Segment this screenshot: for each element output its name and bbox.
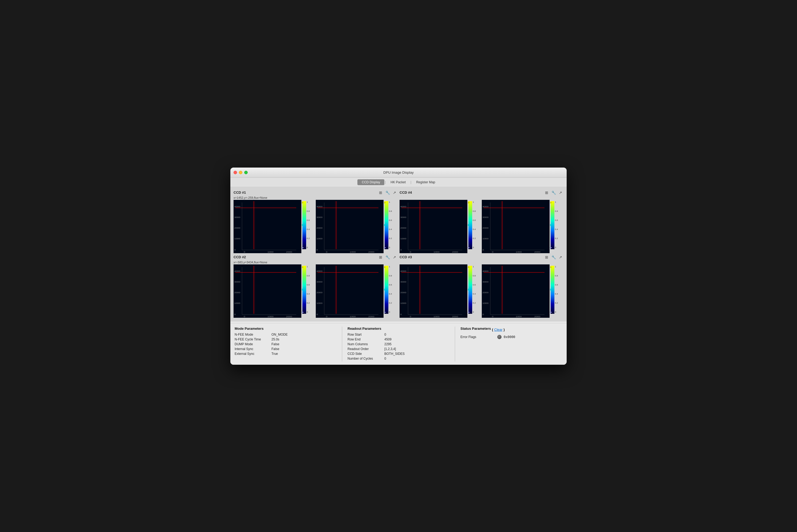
traffic-lights [234, 171, 248, 174]
ccd4-left-svg: 0 1000 2000 3000 4000 0 1000 2000 [400, 200, 467, 253]
ccd1-plot-left[interactable]: 0 1000 2000 3000 4000 0 1000 2000 [234, 200, 301, 253]
readout-param-row-start: Row Start 0 [348, 333, 449, 337]
param-key-nfee-mode: N-FEE Mode [235, 333, 269, 337]
svg-text:0: 0 [401, 249, 402, 251]
ccd-row-top: CCD #1 ⊞ 🔧 ↗ x=1452,y=-259,flux=None [234, 190, 563, 253]
svg-text:2000: 2000 [452, 251, 458, 253]
svg-text:1000: 1000 [234, 302, 240, 304]
ccd1-coords: x=1452,y=-259,flux=None [234, 196, 397, 199]
ccd3-colorbar-right: 1 0.8 0.6 0.4 0.2 0 ▶ ▶ ▶ [550, 264, 563, 318]
ccd1-camera-icon[interactable]: 🔧 [385, 190, 390, 195]
svg-text:1000: 1000 [483, 238, 489, 240]
svg-text:3000: 3000 [317, 216, 323, 218]
tab-ccd-display[interactable]: CCD Display [357, 179, 384, 185]
svg-text:3000: 3000 [234, 216, 240, 218]
ccd4-panel: CCD #4 ⊞ 🔧 ↗ placeholder [400, 190, 563, 253]
svg-text:4000: 4000 [234, 205, 240, 208]
error-flags-row: Error Flags 0x0000 [460, 335, 562, 339]
mode-param-nfee-mode: N-FEE Mode ON_MODE [235, 333, 337, 337]
ccd4-right-svg: 0 1000 2000 3000 4000 0 1000 2000 [482, 200, 550, 253]
svg-text:0: 0 [410, 315, 411, 318]
svg-text:4000: 4000 [401, 270, 407, 272]
divider-1 [342, 327, 342, 362]
ccd3-icons: ⊞ 🔧 ↗ [544, 254, 563, 260]
svg-text:1000: 1000 [317, 302, 323, 304]
svg-text:0: 0 [244, 251, 245, 253]
window-title: DPU Image Display [383, 170, 413, 174]
param-val-num-cols: 2295 [384, 342, 392, 346]
ccd2-grid-icon[interactable]: ⊞ [378, 254, 384, 260]
error-indicator-dot [497, 335, 502, 339]
ccd1-plot-right[interactable]: 0 1000 2000 3000 4000 0 1000 2000 [316, 200, 384, 253]
ccd2-camera-icon[interactable]: 🔧 [385, 254, 390, 260]
minimize-button[interactable] [239, 171, 242, 174]
ccd4-camera-icon[interactable]: 🔧 [551, 190, 557, 195]
svg-text:3000: 3000 [401, 281, 407, 283]
ccd2-header: CCD #2 ⊞ 🔧 ↗ [234, 254, 397, 260]
params-section: Mode Parameters N-FEE Mode ON_MODE N-FEE… [230, 323, 567, 365]
tab-hk-packet[interactable]: HK Packet [386, 179, 410, 185]
ccd2-expand-icon[interactable]: ↗ [392, 254, 397, 260]
param-key-row-start: Row Start [348, 333, 382, 337]
ccd3-right-svg: 0 1000 2000 3000 4000 0 1000 2000 [482, 264, 550, 318]
ccd3-panel: CCD #3 ⊞ 🔧 ↗ placeholder [400, 254, 563, 318]
ccd4-grid-icon[interactable]: ⊞ [544, 190, 550, 195]
ccd2-coords: x=-583,y=3434,flux=None [234, 261, 397, 264]
svg-text:2000: 2000 [234, 227, 240, 229]
maximize-button[interactable] [244, 171, 248, 174]
colorbar-labels: 1 0.8 0.6 0.4 0.2 0 [307, 201, 310, 249]
close-button[interactable] [234, 171, 237, 174]
ccd1-colorbar-right: 1 0.8 0.6 0.4 0.2 0 ▶ ▶ ▶ [384, 200, 397, 253]
svg-text:0: 0 [317, 249, 318, 251]
readout-params-group: Readout Parameters Row Start 0 Row End 4… [348, 327, 449, 362]
svg-text:2000: 2000 [452, 315, 458, 318]
svg-text:0: 0 [483, 313, 484, 316]
param-key-error-flags: Error Flags [460, 335, 495, 339]
svg-text:1000: 1000 [350, 315, 356, 318]
ccd2-left-svg: 0 1000 2000 3000 4000 0 1000 2000 [234, 264, 301, 318]
svg-text:2000: 2000 [286, 315, 292, 318]
ccd3-plot-right[interactable]: 0 1000 2000 3000 4000 0 1000 2000 [482, 264, 550, 318]
status-params-title: Status Parameters [460, 327, 491, 330]
ccd4-plot-left[interactable]: 0 1000 2000 3000 4000 0 1000 2000 [400, 200, 467, 253]
clear-button[interactable]: Clear [494, 328, 503, 331]
tab-register-map[interactable]: Register Map [412, 179, 439, 185]
ccd4-plot-right[interactable]: 0 1000 2000 3000 4000 0 1000 2000 [482, 200, 550, 253]
mode-param-dump-mode: DUMP Mode False [235, 342, 337, 346]
readout-params-title: Readout Parameters [348, 327, 449, 330]
ccd2-icons: ⊞ 🔧 ↗ [378, 254, 397, 260]
ccd1-colorbar-left: 1 0.8 0.6 0.4 0.2 0 ▶ ▶ ▶ [302, 200, 315, 253]
main-content: CCD #1 ⊞ 🔧 ↗ x=1452,y=-259,flux=None [230, 187, 567, 322]
param-val-readout-order: [1,2,3,4] [384, 347, 396, 351]
ccd2-panel: CCD #2 ⊞ 🔧 ↗ x=-583,y=3434,flux=None [234, 254, 397, 318]
param-key-ccd-side: CCD Side [348, 352, 382, 356]
status-params-group: Status Parameters ( Clear ) Error Flags … [460, 327, 562, 362]
param-key-num-cols: Num Columns [348, 342, 382, 346]
svg-text:1000: 1000 [516, 315, 522, 318]
svg-text:2000: 2000 [317, 291, 323, 294]
svg-text:3000: 3000 [401, 216, 407, 218]
ccd2-plot-right[interactable]: 0 1000 2000 3000 4000 0 1000 2000 [316, 264, 384, 318]
param-key-cycle-time: N-FEE Cycle Time [235, 338, 269, 341]
ccd1-grid-icon[interactable]: ⊞ [378, 190, 384, 195]
svg-text:1000: 1000 [516, 251, 522, 253]
ccd2-plot-left[interactable]: 0 1000 2000 3000 4000 0 1000 2000 [234, 264, 301, 318]
svg-text:4000: 4000 [317, 205, 323, 208]
ccd3-expand-icon[interactable]: ↗ [558, 254, 563, 260]
ccd4-expand-icon[interactable]: ↗ [558, 190, 563, 195]
ccd3-header: CCD #3 ⊞ 🔧 ↗ [400, 254, 563, 260]
svg-text:3000: 3000 [317, 281, 323, 283]
svg-text:2000: 2000 [234, 291, 240, 294]
ccd3-plot-left[interactable]: 0 1000 2000 3000 4000 0 1000 2000 [400, 264, 467, 318]
svg-text:4000: 4000 [317, 270, 323, 272]
svg-text:1000: 1000 [234, 238, 240, 240]
ccd1-right-svg: 0 1000 2000 3000 4000 0 1000 2000 [316, 200, 384, 253]
ccd3-grid-icon[interactable]: ⊞ [544, 254, 550, 260]
readout-param-row-end: Row End 4509 [348, 338, 449, 341]
param-val-row-start: 0 [384, 333, 386, 337]
ccd1-expand-icon[interactable]: ↗ [392, 190, 397, 195]
svg-text:0: 0 [492, 315, 494, 318]
ccd2-plots: 0 1000 2000 3000 4000 0 1000 2000 [234, 264, 397, 318]
ccd3-camera-icon[interactable]: 🔧 [551, 254, 557, 260]
ccd3-left-svg: 0 1000 2000 3000 4000 0 1000 2000 [400, 264, 467, 318]
